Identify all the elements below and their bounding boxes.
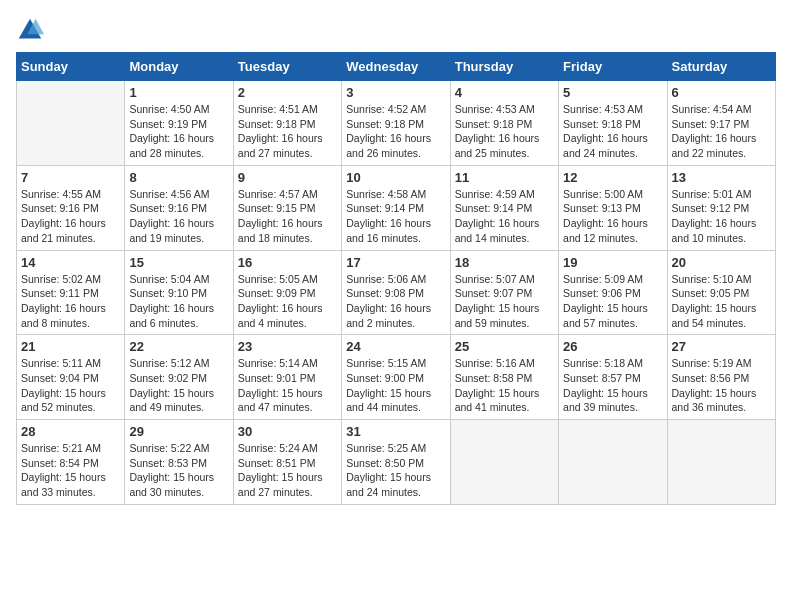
calendar-header-sunday: Sunday xyxy=(17,53,125,81)
day-info: Sunrise: 5:01 AM Sunset: 9:12 PM Dayligh… xyxy=(672,187,771,246)
logo xyxy=(16,16,48,44)
day-number: 10 xyxy=(346,170,445,185)
calendar-cell: 24Sunrise: 5:15 AM Sunset: 9:00 PM Dayli… xyxy=(342,335,450,420)
calendar-cell: 2Sunrise: 4:51 AM Sunset: 9:18 PM Daylig… xyxy=(233,81,341,166)
day-info: Sunrise: 5:14 AM Sunset: 9:01 PM Dayligh… xyxy=(238,356,337,415)
day-info: Sunrise: 4:54 AM Sunset: 9:17 PM Dayligh… xyxy=(672,102,771,161)
calendar-cell: 10Sunrise: 4:58 AM Sunset: 9:14 PM Dayli… xyxy=(342,165,450,250)
calendar-cell: 27Sunrise: 5:19 AM Sunset: 8:56 PM Dayli… xyxy=(667,335,775,420)
calendar-cell: 3Sunrise: 4:52 AM Sunset: 9:18 PM Daylig… xyxy=(342,81,450,166)
day-info: Sunrise: 5:02 AM Sunset: 9:11 PM Dayligh… xyxy=(21,272,120,331)
day-info: Sunrise: 5:07 AM Sunset: 9:07 PM Dayligh… xyxy=(455,272,554,331)
calendar-week-row-2: 7Sunrise: 4:55 AM Sunset: 9:16 PM Daylig… xyxy=(17,165,776,250)
calendar-cell: 31Sunrise: 5:25 AM Sunset: 8:50 PM Dayli… xyxy=(342,420,450,505)
calendar-cell: 15Sunrise: 5:04 AM Sunset: 9:10 PM Dayli… xyxy=(125,250,233,335)
calendar-cell: 28Sunrise: 5:21 AM Sunset: 8:54 PM Dayli… xyxy=(17,420,125,505)
day-info: Sunrise: 4:58 AM Sunset: 9:14 PM Dayligh… xyxy=(346,187,445,246)
calendar-header-saturday: Saturday xyxy=(667,53,775,81)
day-number: 29 xyxy=(129,424,228,439)
day-number: 24 xyxy=(346,339,445,354)
calendar-cell: 11Sunrise: 4:59 AM Sunset: 9:14 PM Dayli… xyxy=(450,165,558,250)
calendar-cell: 8Sunrise: 4:56 AM Sunset: 9:16 PM Daylig… xyxy=(125,165,233,250)
day-info: Sunrise: 5:22 AM Sunset: 8:53 PM Dayligh… xyxy=(129,441,228,500)
calendar-cell: 26Sunrise: 5:18 AM Sunset: 8:57 PM Dayli… xyxy=(559,335,667,420)
calendar-header-wednesday: Wednesday xyxy=(342,53,450,81)
calendar-cell: 4Sunrise: 4:53 AM Sunset: 9:18 PM Daylig… xyxy=(450,81,558,166)
calendar-cell: 20Sunrise: 5:10 AM Sunset: 9:05 PM Dayli… xyxy=(667,250,775,335)
day-info: Sunrise: 5:00 AM Sunset: 9:13 PM Dayligh… xyxy=(563,187,662,246)
day-number: 22 xyxy=(129,339,228,354)
day-number: 5 xyxy=(563,85,662,100)
calendar-cell: 9Sunrise: 4:57 AM Sunset: 9:15 PM Daylig… xyxy=(233,165,341,250)
calendar-cell: 22Sunrise: 5:12 AM Sunset: 9:02 PM Dayli… xyxy=(125,335,233,420)
day-info: Sunrise: 5:09 AM Sunset: 9:06 PM Dayligh… xyxy=(563,272,662,331)
calendar-header-thursday: Thursday xyxy=(450,53,558,81)
calendar-cell: 19Sunrise: 5:09 AM Sunset: 9:06 PM Dayli… xyxy=(559,250,667,335)
day-number: 23 xyxy=(238,339,337,354)
day-info: Sunrise: 5:19 AM Sunset: 8:56 PM Dayligh… xyxy=(672,356,771,415)
day-info: Sunrise: 4:51 AM Sunset: 9:18 PM Dayligh… xyxy=(238,102,337,161)
day-number: 19 xyxy=(563,255,662,270)
calendar-cell xyxy=(559,420,667,505)
calendar-cell xyxy=(450,420,558,505)
day-number: 6 xyxy=(672,85,771,100)
day-info: Sunrise: 5:25 AM Sunset: 8:50 PM Dayligh… xyxy=(346,441,445,500)
day-number: 4 xyxy=(455,85,554,100)
calendar-week-row-3: 14Sunrise: 5:02 AM Sunset: 9:11 PM Dayli… xyxy=(17,250,776,335)
calendar-week-row-4: 21Sunrise: 5:11 AM Sunset: 9:04 PM Dayli… xyxy=(17,335,776,420)
day-info: Sunrise: 4:57 AM Sunset: 9:15 PM Dayligh… xyxy=(238,187,337,246)
calendar-cell: 29Sunrise: 5:22 AM Sunset: 8:53 PM Dayli… xyxy=(125,420,233,505)
calendar-cell: 30Sunrise: 5:24 AM Sunset: 8:51 PM Dayli… xyxy=(233,420,341,505)
day-number: 15 xyxy=(129,255,228,270)
day-number: 8 xyxy=(129,170,228,185)
calendar-table: SundayMondayTuesdayWednesdayThursdayFrid… xyxy=(16,52,776,505)
day-number: 13 xyxy=(672,170,771,185)
calendar-cell: 13Sunrise: 5:01 AM Sunset: 9:12 PM Dayli… xyxy=(667,165,775,250)
calendar-cell: 17Sunrise: 5:06 AM Sunset: 9:08 PM Dayli… xyxy=(342,250,450,335)
day-info: Sunrise: 4:50 AM Sunset: 9:19 PM Dayligh… xyxy=(129,102,228,161)
calendar-cell: 18Sunrise: 5:07 AM Sunset: 9:07 PM Dayli… xyxy=(450,250,558,335)
calendar-cell: 21Sunrise: 5:11 AM Sunset: 9:04 PM Dayli… xyxy=(17,335,125,420)
day-number: 27 xyxy=(672,339,771,354)
day-number: 31 xyxy=(346,424,445,439)
day-info: Sunrise: 5:05 AM Sunset: 9:09 PM Dayligh… xyxy=(238,272,337,331)
calendar-cell: 5Sunrise: 4:53 AM Sunset: 9:18 PM Daylig… xyxy=(559,81,667,166)
day-info: Sunrise: 4:59 AM Sunset: 9:14 PM Dayligh… xyxy=(455,187,554,246)
page-header xyxy=(16,16,776,44)
calendar-week-row-1: 1Sunrise: 4:50 AM Sunset: 9:19 PM Daylig… xyxy=(17,81,776,166)
day-info: Sunrise: 5:10 AM Sunset: 9:05 PM Dayligh… xyxy=(672,272,771,331)
day-number: 11 xyxy=(455,170,554,185)
day-info: Sunrise: 5:21 AM Sunset: 8:54 PM Dayligh… xyxy=(21,441,120,500)
day-info: Sunrise: 5:16 AM Sunset: 8:58 PM Dayligh… xyxy=(455,356,554,415)
calendar-cell: 6Sunrise: 4:54 AM Sunset: 9:17 PM Daylig… xyxy=(667,81,775,166)
calendar-cell: 14Sunrise: 5:02 AM Sunset: 9:11 PM Dayli… xyxy=(17,250,125,335)
day-info: Sunrise: 4:52 AM Sunset: 9:18 PM Dayligh… xyxy=(346,102,445,161)
day-info: Sunrise: 5:06 AM Sunset: 9:08 PM Dayligh… xyxy=(346,272,445,331)
day-number: 25 xyxy=(455,339,554,354)
day-info: Sunrise: 5:12 AM Sunset: 9:02 PM Dayligh… xyxy=(129,356,228,415)
day-info: Sunrise: 5:04 AM Sunset: 9:10 PM Dayligh… xyxy=(129,272,228,331)
day-info: Sunrise: 4:55 AM Sunset: 9:16 PM Dayligh… xyxy=(21,187,120,246)
day-info: Sunrise: 4:56 AM Sunset: 9:16 PM Dayligh… xyxy=(129,187,228,246)
calendar-header-monday: Monday xyxy=(125,53,233,81)
day-number: 3 xyxy=(346,85,445,100)
calendar-week-row-5: 28Sunrise: 5:21 AM Sunset: 8:54 PM Dayli… xyxy=(17,420,776,505)
day-number: 21 xyxy=(21,339,120,354)
calendar-cell: 23Sunrise: 5:14 AM Sunset: 9:01 PM Dayli… xyxy=(233,335,341,420)
calendar-cell: 25Sunrise: 5:16 AM Sunset: 8:58 PM Dayli… xyxy=(450,335,558,420)
day-number: 18 xyxy=(455,255,554,270)
day-info: Sunrise: 5:24 AM Sunset: 8:51 PM Dayligh… xyxy=(238,441,337,500)
day-number: 20 xyxy=(672,255,771,270)
day-number: 30 xyxy=(238,424,337,439)
day-number: 9 xyxy=(238,170,337,185)
day-info: Sunrise: 5:11 AM Sunset: 9:04 PM Dayligh… xyxy=(21,356,120,415)
day-info: Sunrise: 5:15 AM Sunset: 9:00 PM Dayligh… xyxy=(346,356,445,415)
calendar-cell xyxy=(667,420,775,505)
calendar-cell: 12Sunrise: 5:00 AM Sunset: 9:13 PM Dayli… xyxy=(559,165,667,250)
calendar-cell xyxy=(17,81,125,166)
day-number: 7 xyxy=(21,170,120,185)
day-number: 26 xyxy=(563,339,662,354)
calendar-header-row: SundayMondayTuesdayWednesdayThursdayFrid… xyxy=(17,53,776,81)
day-info: Sunrise: 5:18 AM Sunset: 8:57 PM Dayligh… xyxy=(563,356,662,415)
day-number: 28 xyxy=(21,424,120,439)
